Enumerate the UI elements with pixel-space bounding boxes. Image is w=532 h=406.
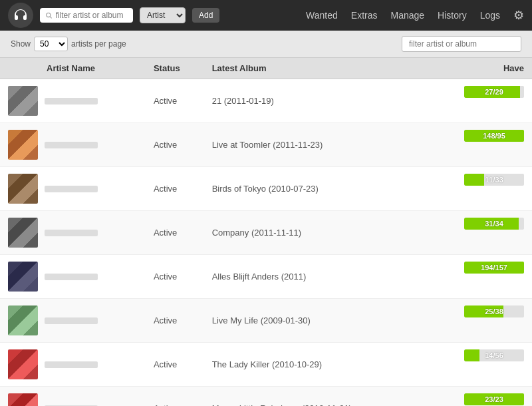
table-body: Active21 (2011-01-19)27/29ActiveLive at … — [0, 79, 532, 407]
table-row: ActiveMessy Little Raindrops (2010-11-01… — [0, 387, 532, 407]
latest-album-cell: The Lady Killer (2010-10-29) — [204, 343, 419, 387]
artist-thumbnail — [8, 218, 38, 248]
table-row: Active21 (2011-01-19)27/29 — [0, 79, 532, 123]
col-have: Have — [418, 58, 532, 79]
col-artist-name: Artist Name — [0, 58, 146, 79]
nav-wanted[interactable]: Wanted — [306, 10, 338, 21]
have-bar-bg: 148/95 — [464, 130, 524, 142]
per-page-control: Show 50 25 100 artists per page — [11, 37, 126, 51]
main-nav: Wanted Extras Manage History Logs ⚙ — [306, 8, 524, 23]
nav-manage[interactable]: Manage — [390, 10, 424, 21]
table-row: ActiveBirds of Tokyo (2010-07-23)11/33 — [0, 167, 532, 211]
have-bar-text: 31/34 — [464, 218, 524, 230]
show-label-text: Show — [11, 39, 31, 49]
artist-thumbnail — [8, 393, 38, 406]
status-cell: Active — [146, 123, 204, 167]
have-bar-text: 148/95 — [464, 130, 524, 142]
artist-thumbnail — [8, 349, 38, 379]
have-bar-text: 194/157 — [464, 262, 524, 274]
have-cell: 14/56 — [418, 343, 532, 368]
status-cell: Active — [146, 211, 204, 255]
svg-point-0 — [47, 13, 51, 17]
have-cell: 23/23 — [418, 387, 532, 406]
latest-album-cell: 21 (2011-01-19) — [204, 79, 419, 123]
col-latest-album: Latest Album — [204, 58, 419, 79]
add-button[interactable]: Add — [192, 8, 219, 23]
have-bar-bg: 27/29 — [464, 86, 524, 98]
app-header: Artist Album Add Wanted Extras Manage Hi… — [0, 0, 532, 31]
nav-logs[interactable]: Logs — [480, 10, 500, 21]
latest-album-cell: Birds of Tokyo (2010-07-23) — [204, 167, 419, 211]
filter-input[interactable] — [402, 36, 521, 52]
artist-cell — [0, 211, 146, 255]
have-bar-bg: 194/157 — [464, 262, 524, 274]
app-logo — [8, 3, 33, 28]
artist-cell — [0, 79, 146, 123]
table-row: ActiveThe Lady Killer (2010-10-29)14/56 — [0, 343, 532, 387]
settings-icon[interactable]: ⚙ — [513, 8, 524, 23]
status-cell: Active — [146, 255, 204, 299]
artists-table: Artist Name Status Latest Album Have Act… — [0, 58, 532, 406]
have-bar-text: 27/29 — [464, 86, 524, 98]
latest-album-cell: Company (2011-11-11) — [204, 211, 419, 255]
have-cell: 27/29 — [418, 79, 532, 104]
status-cell: Active — [146, 343, 204, 387]
artist-cell — [0, 123, 146, 167]
have-bar-text: 25/38 — [464, 305, 524, 317]
artist-name-blurred — [45, 142, 98, 148]
artist-cell — [0, 343, 146, 387]
nav-history[interactable]: History — [438, 10, 467, 21]
artist-thumbnail — [8, 174, 38, 204]
artist-name-blurred — [45, 186, 98, 192]
artist-cell — [0, 299, 146, 343]
artist-cell — [0, 255, 146, 299]
status-cell: Active — [146, 79, 204, 123]
have-bar-bg: 25/38 — [464, 305, 524, 317]
subheader: Show 50 25 100 artists per page — [0, 31, 532, 58]
latest-album-cell: Alles Blijft Anders (2011) — [204, 255, 419, 299]
have-bar-bg: 31/34 — [464, 218, 524, 230]
artist-name-blurred — [45, 98, 98, 104]
artist-thumbnail — [8, 262, 38, 292]
artist-thumbnail — [8, 305, 38, 335]
search-box — [40, 8, 133, 23]
artist-cell — [0, 387, 146, 407]
table-row: ActiveLive at Toomler (2011-11-23)148/95 — [0, 123, 532, 167]
table-row: ActiveLive My Life (2009-01-30)25/38 — [0, 299, 532, 343]
have-bar-text: 14/56 — [464, 349, 524, 361]
artist-name-blurred — [45, 361, 98, 368]
latest-album-cell: Messy Little Raindrops (2010-11-01) — [204, 387, 419, 407]
table-row: ActiveAlles Blijft Anders (2011)194/157 — [0, 255, 532, 299]
svg-line-1 — [50, 17, 51, 18]
have-bar-text: 23/23 — [464, 393, 524, 405]
have-cell: 148/95 — [418, 123, 532, 148]
have-cell: 194/157 — [418, 255, 532, 280]
table-header: Artist Name Status Latest Album Have — [0, 58, 532, 79]
have-cell: 25/38 — [418, 299, 532, 324]
have-bar-bg: 23/23 — [464, 393, 524, 405]
search-icon — [45, 11, 53, 19]
search-input[interactable] — [56, 11, 128, 20]
artist-thumbnail — [8, 130, 38, 160]
nav-extras[interactable]: Extras — [351, 10, 378, 21]
latest-album-cell: Live My Life (2009-01-30) — [204, 299, 419, 343]
have-bar-bg: 11/33 — [464, 174, 524, 186]
per-page-select[interactable]: 50 25 100 — [34, 37, 68, 51]
artist-cell — [0, 167, 146, 211]
artist-type-select[interactable]: Artist Album — [140, 7, 186, 23]
have-bar-bg: 14/56 — [464, 349, 524, 361]
artist-name-blurred — [45, 274, 98, 280]
per-page-suffix: artists per page — [71, 39, 126, 49]
have-bar-text: 11/33 — [464, 174, 524, 186]
table-row: ActiveCompany (2011-11-11)31/34 — [0, 211, 532, 255]
artist-name-blurred — [45, 230, 98, 236]
have-cell: 11/33 — [418, 167, 532, 192]
col-status: Status — [146, 58, 204, 79]
status-cell: Active — [146, 167, 204, 211]
artist-thumbnail — [8, 86, 38, 116]
artists-table-container: Artist Name Status Latest Album Have Act… — [0, 58, 532, 406]
status-cell: Active — [146, 387, 204, 407]
artist-name-blurred — [45, 317, 98, 324]
status-cell: Active — [146, 299, 204, 343]
have-cell: 31/34 — [418, 211, 532, 236]
